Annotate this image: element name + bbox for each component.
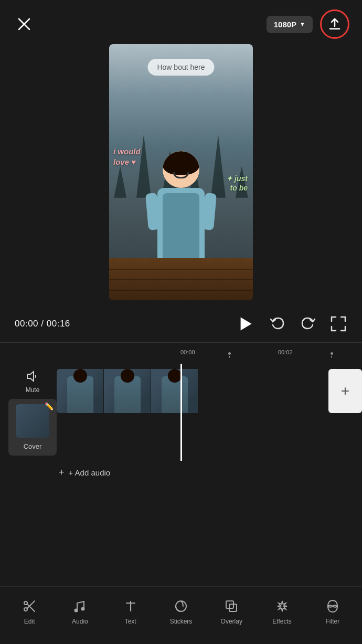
edit-icon: ✏️ bbox=[45, 402, 54, 410]
strip-frame-2 bbox=[104, 369, 151, 413]
add-clip-plus-icon: + bbox=[341, 383, 349, 399]
bubble-text-overlay: How bout here bbox=[147, 59, 214, 76]
mini-character-2 bbox=[114, 376, 141, 413]
mini-char-head-2 bbox=[121, 369, 134, 383]
add-audio-button[interactable]: + + Add audio bbox=[50, 461, 362, 484]
mute-button[interactable]: Mute bbox=[25, 369, 40, 394]
bottom-nav: Edit Audio Text bbox=[0, 586, 362, 644]
play-button[interactable] bbox=[234, 313, 256, 335]
mini-character-3 bbox=[162, 376, 188, 413]
playhead-line bbox=[180, 364, 182, 461]
timeline-ruler-inner: 00:00 00:02 · · bbox=[0, 346, 362, 361]
tree-1 bbox=[112, 166, 128, 198]
mini-character-1 bbox=[67, 376, 93, 413]
character-overalls bbox=[163, 193, 199, 261]
nav-item-filter[interactable]: Filter bbox=[314, 598, 351, 625]
add-audio-label: + Add audio bbox=[69, 468, 111, 477]
text-overlay-left: i would love ♥ bbox=[113, 146, 141, 167]
character-arm-right bbox=[202, 193, 217, 230]
music-icon bbox=[71, 598, 88, 615]
timeline-dot-1: · bbox=[228, 352, 231, 355]
timeline-mark-2: 00:02 bbox=[278, 349, 293, 355]
video-strip-container: + bbox=[57, 369, 362, 413]
filter-icon bbox=[324, 598, 341, 615]
nav-item-effects[interactable]: Effects bbox=[264, 598, 301, 625]
overlay-icon bbox=[223, 598, 240, 615]
plank-line-1 bbox=[109, 269, 253, 270]
export-button[interactable] bbox=[320, 9, 349, 39]
svg-marker-4 bbox=[241, 317, 252, 330]
mute-label: Mute bbox=[26, 386, 40, 394]
character-arm-left bbox=[145, 193, 160, 230]
svg-point-11 bbox=[75, 609, 78, 611]
cover-label: Cover bbox=[24, 442, 42, 450]
svg-marker-5 bbox=[27, 372, 34, 381]
redo-button[interactable] bbox=[299, 315, 317, 333]
add-clip-button[interactable]: + bbox=[328, 369, 362, 413]
resolution-label: 1080P bbox=[274, 20, 296, 29]
top-bar: 1080P ▼ bbox=[0, 0, 362, 44]
nav-label-effects: Effects bbox=[272, 618, 291, 625]
nav-item-audio[interactable]: Audio bbox=[61, 598, 98, 625]
nav-item-overlay[interactable]: Overlay bbox=[213, 598, 250, 625]
plank-line-2 bbox=[109, 279, 253, 280]
text-overlay-right: ✦ just to be bbox=[226, 174, 248, 193]
effects-icon bbox=[274, 598, 291, 615]
playback-bar: 00:00 / 00:16 bbox=[0, 305, 362, 342]
playback-controls bbox=[234, 313, 347, 335]
nav-label-audio: Audio bbox=[72, 618, 88, 625]
undo-button[interactable] bbox=[269, 315, 286, 333]
svg-point-12 bbox=[82, 607, 84, 610]
nav-item-edit[interactable]: Edit bbox=[11, 598, 48, 625]
text-icon bbox=[122, 598, 139, 615]
timeline-section: 00:00 00:02 · · Mute ✏️ Cover bbox=[0, 342, 362, 484]
mini-char-head-1 bbox=[73, 369, 87, 383]
character-head bbox=[163, 151, 199, 188]
resolution-button[interactable]: 1080P ▼ bbox=[267, 16, 313, 33]
nav-label-text: Text bbox=[125, 618, 136, 625]
video-preview: How bout here i would love ♥ ✦ just to b… bbox=[109, 44, 253, 300]
timeline-dot-2: · bbox=[331, 352, 333, 355]
strip-frame-1 bbox=[57, 369, 104, 413]
scissors-icon bbox=[21, 598, 38, 615]
add-audio-plus-icon: + bbox=[59, 467, 65, 478]
video-container: How bout here i would love ♥ ✦ just to b… bbox=[0, 44, 362, 300]
current-time: 00:00 bbox=[15, 319, 38, 329]
floor bbox=[109, 258, 253, 300]
nav-label-filter: Filter bbox=[325, 618, 339, 625]
nav-label-overlay: Overlay bbox=[221, 618, 242, 625]
mini-char-head-3 bbox=[168, 369, 182, 383]
strip-frame-3 bbox=[151, 369, 198, 413]
total-time: 00:16 bbox=[47, 319, 70, 329]
cover-button[interactable]: ✏️ Cover bbox=[8, 399, 57, 456]
nav-label-edit: Edit bbox=[24, 618, 35, 625]
nav-item-text[interactable]: Text bbox=[112, 598, 149, 625]
nav-label-stickers: Stickers bbox=[170, 618, 193, 625]
character-face bbox=[168, 168, 194, 184]
fullscreen-button[interactable] bbox=[329, 315, 347, 333]
timeline-ruler: 00:00 00:02 · · bbox=[0, 342, 362, 364]
clips-area: Mute ✏️ Cover bbox=[0, 364, 362, 461]
timeline-mark-1: 00:00 bbox=[180, 349, 195, 355]
chevron-down-icon: ▼ bbox=[300, 21, 305, 27]
close-button[interactable] bbox=[13, 13, 36, 36]
nav-item-stickers[interactable]: Stickers bbox=[163, 598, 199, 625]
video-strip[interactable] bbox=[57, 369, 326, 413]
stickers-icon bbox=[173, 598, 189, 615]
plank-line-3 bbox=[109, 290, 253, 291]
time-display: 00:00 / 00:16 bbox=[15, 319, 70, 329]
top-right-controls: 1080P ▼ bbox=[267, 9, 349, 39]
character-smile bbox=[173, 172, 189, 178]
scene-background bbox=[109, 44, 253, 300]
clip-controls: Mute ✏️ Cover bbox=[8, 369, 57, 456]
character-body bbox=[157, 188, 205, 261]
time-separator: / bbox=[41, 319, 44, 329]
